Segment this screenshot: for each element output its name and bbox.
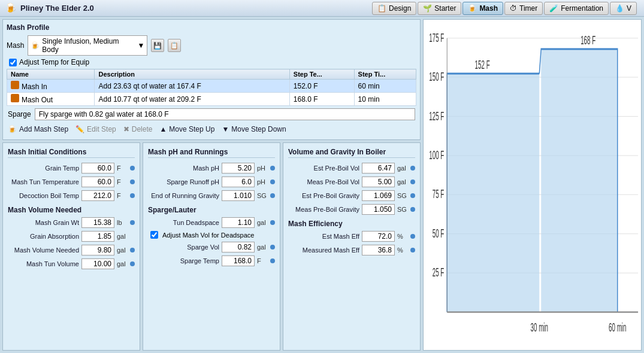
fermentation-icon: 🧪 xyxy=(549,4,558,13)
mash-save-btn[interactable]: 💾 xyxy=(151,39,164,52)
delete-label: Delete xyxy=(132,125,153,133)
mash-volume-needed-row: Mash Volume Needed gal xyxy=(8,245,135,255)
adjust-mash-vol-row: Adjust Mash Vol for Deadspace xyxy=(150,231,275,239)
mash-volume-needed-dot xyxy=(130,248,135,252)
decoction-boil-temp-input[interactable] xyxy=(81,190,114,201)
sparge-vol-dot xyxy=(270,245,275,249)
sparge-temp-unit: F xyxy=(257,257,268,264)
adjust-mash-vol-label: Adjust Mash Vol for Deadspace xyxy=(162,232,254,239)
mash-copy-btn[interactable]: 📋 xyxy=(168,39,181,52)
nav-timer-btn[interactable]: ⏱ Timer xyxy=(504,2,543,15)
est-preboil-vol-label: Est Pre-Boil Vol xyxy=(312,165,359,172)
delete-btn[interactable]: ✖ Delete xyxy=(123,125,153,133)
mash-in-icon xyxy=(11,81,19,89)
mash-ph-input[interactable] xyxy=(222,163,255,174)
sparge-runoff-ph-input[interactable] xyxy=(222,176,255,187)
grain-absorption-unit: gal xyxy=(117,233,128,240)
move-up-icon: ▲ xyxy=(159,125,167,133)
svg-text:175 F: 175 F xyxy=(429,31,444,44)
est-preboil-grav-row: Est Pre-Boil Gravity SG xyxy=(288,190,415,201)
move-down-icon: ▼ xyxy=(222,125,229,133)
decoction-boil-temp-unit: F xyxy=(117,192,128,199)
meas-preboil-grav-unit: SG xyxy=(397,206,408,213)
est-mash-eff-input[interactable] xyxy=(362,231,395,242)
est-preboil-vol-unit: gal xyxy=(397,165,408,172)
toolbar: 🍺 Add Mash Step ✏️ Edit Step ✖ Delete ▲ … xyxy=(7,123,416,136)
mash-grain-wt-row: Mash Grain Wt lb xyxy=(8,217,135,228)
decoction-boil-temp-dot xyxy=(130,193,135,198)
nav-v-btn[interactable]: 💧 V xyxy=(610,2,637,15)
edit-step-label: Edit Step xyxy=(87,125,116,133)
mash-grain-wt-dot xyxy=(130,220,135,225)
nav-mash-btn[interactable]: 🍺 Mash xyxy=(462,2,503,15)
meas-preboil-grav-input[interactable] xyxy=(362,204,395,215)
nav-fermentation-btn[interactable]: 🧪 Fermentation xyxy=(544,2,609,15)
mash-tun-temp-input[interactable] xyxy=(81,176,114,187)
meas-mash-eff-label: Measured Mash Eff xyxy=(303,247,359,254)
meas-mash-eff-input[interactable] xyxy=(362,245,395,255)
chart-svg: 175 F 150 F 125 F 100 F 75 F 50 F 25 F xyxy=(424,20,641,350)
adjust-mash-vol-checkbox[interactable] xyxy=(150,231,158,239)
sparge-vol-input[interactable] xyxy=(222,242,255,252)
end-running-gravity-row: End of Running Gravity SG xyxy=(148,190,275,201)
est-preboil-grav-input[interactable] xyxy=(362,190,395,201)
meas-preboil-grav-dot xyxy=(410,207,415,212)
mash-volume-needed-unit: gal xyxy=(117,247,128,254)
mash-style-dropdown[interactable]: 🍺 Single Infusion, Medium Body ▼ xyxy=(28,35,147,56)
svg-text:25 F: 25 F xyxy=(433,265,445,279)
mash-ph-dot xyxy=(270,166,275,171)
svg-text:150 F: 150 F xyxy=(429,69,444,83)
table-row[interactable]: Mash In Add 23.63 qt of water at 167.4 F… xyxy=(7,80,416,93)
mash-tun-temp-row: Mash Tun Temperature F xyxy=(8,176,135,187)
sparge-temp-input[interactable] xyxy=(222,255,255,266)
svg-text:75 F: 75 F xyxy=(433,187,445,200)
grain-temp-input[interactable] xyxy=(81,163,114,174)
grain-temp-label: Grain Temp xyxy=(31,165,79,172)
move-up-btn[interactable]: ▲ Move Step Up xyxy=(159,125,214,133)
tun-deadspace-unit: gal xyxy=(257,219,268,226)
est-preboil-vol-row: Est Pre-Boil Vol gal xyxy=(288,163,415,174)
sparge-temp-row: Sparge Temp F xyxy=(148,255,275,266)
grain-temp-row: Grain Temp F xyxy=(8,163,135,174)
mash-volume-needed-input[interactable] xyxy=(81,245,114,255)
nav-starter-btn[interactable]: 🌱 Starter xyxy=(418,2,461,15)
sparge-text: Fly sparge with 0.82 gal water at 168.0 … xyxy=(35,108,415,120)
move-up-label: Move Step Up xyxy=(169,125,214,133)
nav-design-btn[interactable]: 📋 Design xyxy=(372,2,416,15)
est-mash-eff-label: Est Mash Eff xyxy=(312,233,359,240)
move-down-btn[interactable]: ▼ Move Step Down xyxy=(222,125,286,133)
est-preboil-vol-input[interactable] xyxy=(362,163,395,174)
add-mash-step-btn[interactable]: 🍺 Add Mash Step xyxy=(8,125,68,133)
mash-tun-volume-input[interactable] xyxy=(81,258,114,269)
svg-text:152 F: 152 F xyxy=(475,57,490,71)
mash-volume-title: Mash Volume Needed xyxy=(8,206,135,214)
svg-text:125 F: 125 F xyxy=(429,109,444,123)
edit-icon: ✏️ xyxy=(75,125,84,133)
est-preboil-grav-dot xyxy=(410,193,415,198)
est-preboil-grav-unit: SG xyxy=(397,192,408,199)
move-down-label: Move Step Down xyxy=(231,125,286,133)
row-desc: Add 23.63 qt of water at 167.4 F xyxy=(95,80,289,93)
mash-tun-volume-unit: gal xyxy=(117,260,128,267)
sparge-vol-unit: gal xyxy=(257,244,268,251)
row-step-temp: 168.0 F xyxy=(289,93,354,106)
mash-tun-volume-dot xyxy=(130,261,135,266)
meas-preboil-vol-input[interactable] xyxy=(362,176,395,187)
app-icon: 🍺 xyxy=(5,2,17,14)
est-mash-eff-unit: % xyxy=(397,233,408,240)
meas-preboil-vol-label: Meas Pre-Boil Vol xyxy=(307,178,359,185)
mash-initial-panel: Mash Initial Conditions Grain Temp F Mas… xyxy=(2,142,140,351)
edit-step-btn[interactable]: ✏️ Edit Step xyxy=(75,125,116,133)
dropdown-arrow-icon: ▼ xyxy=(137,41,144,50)
v-icon: 💧 xyxy=(615,4,624,13)
adjust-temp-checkbox[interactable] xyxy=(9,59,17,66)
tun-deadspace-input[interactable] xyxy=(222,217,255,228)
mash-ph-title: Mash pH and Runnings xyxy=(148,148,275,158)
nav-bar: 📋 Design 🌱 Starter 🍺 Mash ⏱ Timer 🧪 Ferm… xyxy=(370,1,639,16)
row-step-time: 10 min xyxy=(354,93,416,106)
grain-absorption-input[interactable] xyxy=(81,231,114,242)
end-running-gravity-input[interactable] xyxy=(222,190,255,201)
meas-preboil-grav-label: Meas Pre-Boil Gravity xyxy=(295,206,359,213)
table-row[interactable]: Mash Out Add 10.77 qt of water at 209.2 … xyxy=(7,93,416,106)
mash-grain-wt-input[interactable] xyxy=(81,217,114,228)
